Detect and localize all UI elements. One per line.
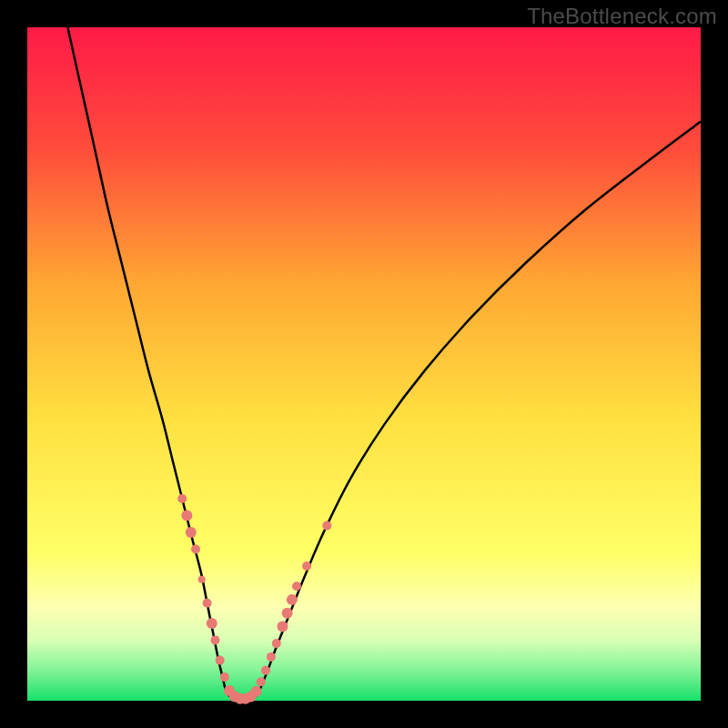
scatter-dot bbox=[322, 521, 331, 531]
scatter-dot bbox=[177, 494, 187, 503]
scatter-dot bbox=[287, 594, 298, 605]
scatter-dot bbox=[251, 686, 262, 697]
scatter-dot bbox=[210, 635, 219, 644]
scatter-dot bbox=[277, 622, 288, 632]
scatter-dot bbox=[257, 677, 266, 686]
scatter-dot bbox=[207, 618, 217, 629]
scatter-dot bbox=[267, 652, 276, 662]
scatter-dot bbox=[198, 576, 206, 583]
scatter-dot bbox=[216, 656, 225, 665]
scatter-dot bbox=[191, 545, 200, 554]
bottleneck-curve bbox=[67, 27, 701, 700]
scatter-dot bbox=[261, 666, 270, 675]
scatter-dot bbox=[272, 639, 281, 648]
chart-frame: TheBottleneck.com bbox=[0, 0, 728, 728]
scatter-dot bbox=[282, 608, 293, 619]
scatter-dots bbox=[177, 494, 331, 704]
scatter-dot bbox=[203, 599, 212, 608]
scatter-dot bbox=[220, 672, 229, 682]
curve-svg bbox=[27, 27, 701, 701]
scatter-dot bbox=[302, 561, 311, 571]
watermark-text: TheBottleneck.com bbox=[527, 4, 717, 29]
scatter-dot bbox=[292, 581, 301, 591]
scatter-dot bbox=[181, 511, 192, 521]
scatter-dot bbox=[186, 527, 197, 538]
plot-area bbox=[27, 27, 701, 701]
